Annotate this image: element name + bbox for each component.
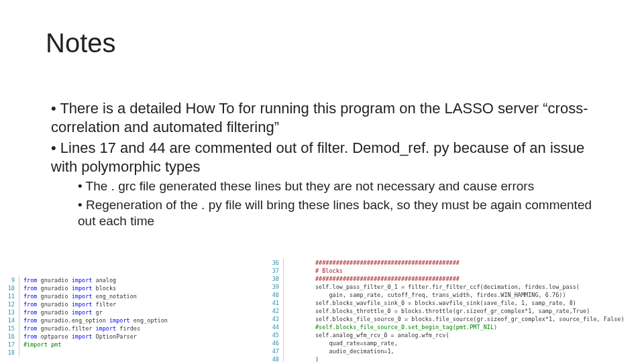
slide: Notes There is a detailed How To for run… xyxy=(0,0,644,362)
code-excerpt-left: 9from gnuradio import analog10from gnura… xyxy=(3,276,170,357)
bullet-block: There is a detailed How To for running t… xyxy=(51,99,604,231)
list-item: Lines 17 and 44 are commented out of fil… xyxy=(51,139,604,229)
page-title: Notes xyxy=(46,28,116,58)
code-excerpt-right: 36 #####################################… xyxy=(267,259,627,362)
list-item: There is a detailed How To for running t… xyxy=(51,99,604,136)
list-item: The . grc file generated these lines but… xyxy=(78,178,604,194)
list-item: Regeneration of the . py file will bring… xyxy=(78,197,604,229)
